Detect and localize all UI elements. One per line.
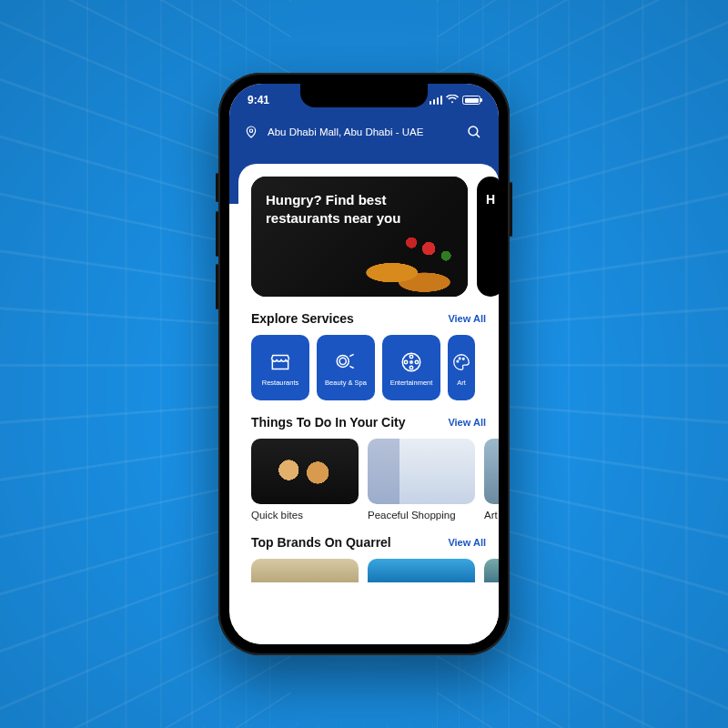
service-tile-entertainment[interactable]: Entertainment bbox=[382, 335, 440, 400]
hero-card-title: H bbox=[486, 191, 495, 207]
services-section: Explore Services View All Restaurants bbox=[251, 311, 499, 400]
status-time: 9:41 bbox=[248, 94, 269, 106]
svg-point-6 bbox=[410, 355, 412, 358]
app-screen: 9:41 Abu Dhabi Mall, Abu Dhabi - UAE bbox=[229, 84, 499, 644]
svg-point-12 bbox=[459, 358, 460, 359]
view-all-link[interactable]: View All bbox=[448, 537, 486, 548]
section-title: Top Brands On Quarrel bbox=[251, 535, 391, 550]
brand-card[interactable] bbox=[484, 559, 499, 582]
service-tile-beauty[interactable]: Beauty & Spa bbox=[317, 335, 375, 400]
battery-icon bbox=[462, 96, 480, 105]
hero-card[interactable]: H bbox=[477, 177, 499, 297]
palette-icon bbox=[449, 349, 474, 375]
service-tile-art[interactable]: Art bbox=[448, 335, 475, 400]
mirror-icon bbox=[333, 349, 359, 375]
thing-image bbox=[251, 439, 359, 504]
thing-card[interactable]: Art bbox=[484, 439, 499, 521]
svg-line-2 bbox=[477, 135, 480, 137]
hero-card-title: Hungry? Find best restaurants near you bbox=[266, 191, 404, 227]
content-sheet: Hungry? Find best restaurants near you H… bbox=[238, 164, 499, 644]
thing-label: Quick bites bbox=[251, 510, 359, 521]
shop-icon bbox=[268, 349, 293, 375]
section-title: Explore Services bbox=[251, 311, 354, 326]
svg-point-11 bbox=[457, 360, 459, 362]
thing-label: Peaceful Shopping bbox=[368, 510, 475, 521]
brands-section: Top Brands On Quarrel View All bbox=[251, 535, 499, 582]
service-label: Beauty & Spa bbox=[325, 379, 367, 387]
thing-image bbox=[368, 439, 475, 504]
service-label: Art bbox=[457, 379, 466, 387]
svg-point-3 bbox=[337, 355, 349, 367]
location-pin-icon[interactable] bbox=[244, 125, 258, 139]
svg-point-9 bbox=[415, 360, 418, 363]
services-row[interactable]: Restaurants Beauty & Spa Entertainment bbox=[251, 335, 499, 400]
section-title: Things To Do In Your City bbox=[251, 415, 406, 430]
phone-mockup: 9:41 Abu Dhabi Mall, Abu Dhabi - UAE bbox=[218, 73, 510, 655]
thing-card[interactable]: Quick bites bbox=[251, 439, 359, 521]
location-text[interactable]: Abu Dhabi Mall, Abu Dhabi - UAE bbox=[268, 126, 455, 137]
view-all-link[interactable]: View All bbox=[448, 313, 486, 324]
brand-card[interactable] bbox=[368, 559, 475, 582]
film-reel-icon bbox=[399, 349, 424, 375]
search-button[interactable] bbox=[464, 122, 484, 142]
service-label: Restaurants bbox=[262, 379, 298, 387]
view-all-link[interactable]: View All bbox=[448, 417, 486, 428]
svg-point-0 bbox=[249, 129, 252, 132]
svg-point-4 bbox=[339, 358, 346, 364]
thing-card[interactable]: Peaceful Shopping bbox=[368, 439, 475, 521]
svg-point-7 bbox=[410, 366, 412, 369]
service-label: Entertainment bbox=[390, 379, 433, 387]
svg-point-5 bbox=[402, 353, 420, 371]
wifi-icon bbox=[446, 94, 459, 106]
hero-carousel[interactable]: Hungry? Find best restaurants near you H bbox=[251, 177, 499, 297]
thing-image bbox=[484, 439, 499, 504]
svg-point-1 bbox=[469, 126, 478, 136]
brand-card[interactable] bbox=[251, 559, 359, 582]
things-row[interactable]: Quick bites Peaceful Shopping Art bbox=[251, 439, 499, 521]
svg-point-10 bbox=[410, 361, 412, 363]
svg-point-13 bbox=[462, 358, 464, 359]
brands-row[interactable] bbox=[251, 559, 499, 582]
things-section: Things To Do In Your City View All Quick… bbox=[251, 415, 499, 521]
device-notch bbox=[300, 84, 428, 107]
svg-point-8 bbox=[404, 360, 407, 363]
service-tile-restaurants[interactable]: Restaurants bbox=[251, 335, 309, 400]
thing-label: Art bbox=[484, 510, 499, 521]
hero-card[interactable]: Hungry? Find best restaurants near you bbox=[251, 177, 468, 297]
cellular-signal-icon bbox=[430, 96, 443, 105]
